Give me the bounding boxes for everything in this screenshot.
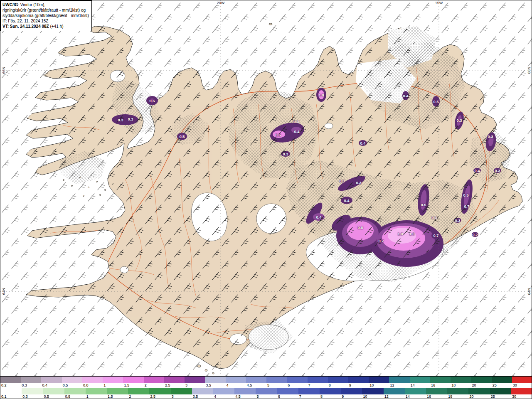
scale-rain-tick-label: 10 bbox=[362, 394, 383, 399]
scale-rain-tick-label: 4.5 bbox=[234, 394, 256, 399]
scale-snow-segment bbox=[21, 377, 41, 383]
scale-rain-tick-label: 0.8 bbox=[64, 394, 86, 399]
scale-rain-tick-label: 20 bbox=[468, 394, 490, 399]
scale-snow-tick-label: 12 bbox=[389, 383, 409, 388]
title-line-3: slydda/snjókoma (grátt/bleikt/grænt - mm… bbox=[2, 13, 89, 18]
scale-snow-segment bbox=[123, 377, 143, 383]
scale-snow-segment bbox=[348, 377, 369, 383]
scale-rain-tick-label: 6 bbox=[277, 394, 298, 399]
scale-snow-segment bbox=[451, 377, 471, 383]
scale-snow-segment bbox=[430, 377, 451, 383]
scale-rain-segment bbox=[384, 388, 405, 394]
scale-snow-tick-label: 0.4 bbox=[41, 383, 62, 388]
scale-rain-tick-label: 5 bbox=[256, 394, 277, 399]
scale-rain-segment bbox=[64, 388, 86, 394]
scale-snow-tick-label: 30 bbox=[512, 383, 532, 388]
scale-snow-segment bbox=[0, 377, 21, 383]
scale-rain-tick-label: 12 bbox=[384, 394, 405, 399]
scale-rain-segment bbox=[277, 388, 298, 394]
scale-rain-segment bbox=[149, 388, 170, 394]
scale-snow-tick-label: 0.3 bbox=[21, 383, 41, 388]
scale-rain-segment bbox=[447, 388, 468, 394]
title-line-1: UWC/IG: Vindur (10m), bbox=[2, 2, 89, 7]
scale-rain-segment bbox=[192, 388, 213, 394]
scale-rain-tick-label: 25 bbox=[490, 394, 511, 399]
scale-snow-segment bbox=[205, 377, 225, 383]
scale-snow-tick-label: 4 bbox=[226, 383, 246, 388]
map-area: 0.50.30.30.51.00.30.50.40.30.40.40.50.30… bbox=[0, 0, 532, 377]
scale-rain-segment bbox=[362, 388, 383, 394]
scale-snow-tick-label: 9 bbox=[348, 383, 369, 388]
scale-rain-segment bbox=[490, 388, 511, 394]
title-box: UWC/IG: Vindur (10m), rigning/skúrir (gr… bbox=[0, 0, 92, 31]
scale-snow-segment bbox=[287, 377, 307, 383]
scale-snow-tick-label: 1 bbox=[103, 383, 123, 388]
scale-snow-segment bbox=[62, 377, 82, 383]
scale-snow-tick-label: 0.5 bbox=[62, 383, 82, 388]
scale-rain-segment bbox=[320, 388, 341, 394]
scale-rain-tick-label: 18 bbox=[447, 394, 468, 399]
scale-snow-segment bbox=[164, 377, 185, 383]
weather-chart-page: 0.50.30.30.51.00.30.50.40.30.40.40.50.30… bbox=[0, 0, 532, 399]
scale-rain-segment bbox=[341, 388, 362, 394]
scale-rain-segment bbox=[511, 388, 532, 394]
scale-rain-segment bbox=[256, 388, 277, 394]
scale-snow-tick-label: 6 bbox=[287, 383, 307, 388]
scale-rain-tick-label: 1.5 bbox=[107, 394, 128, 399]
scale-rain-segment bbox=[405, 388, 426, 394]
scale-snow-segment bbox=[103, 377, 123, 383]
snow-scale-tick-labels: 0.20.30.40.50.811.522.533.544.5567891012… bbox=[0, 383, 532, 388]
scale-rain-tick-label: 0.1 bbox=[0, 394, 22, 399]
scale-snow-segment bbox=[389, 377, 409, 383]
scale-rain-tick-label: 2 bbox=[128, 394, 149, 399]
scale-snow-segment bbox=[369, 377, 389, 383]
scale-rain-segment bbox=[234, 388, 256, 394]
scale-snow-segment bbox=[266, 377, 287, 383]
scale-snow-segment bbox=[308, 377, 328, 383]
scale-snow-segment bbox=[226, 377, 246, 383]
scale-snow-segment bbox=[410, 377, 430, 383]
rain-scale-tick-labels: 0.10.30.50.811.522.533.544.5567891012141… bbox=[0, 394, 532, 399]
title-line-2: rigning/skúrir (grænt/blátt/rautt - mm/1… bbox=[2, 7, 89, 13]
scale-snow-segment bbox=[471, 377, 491, 383]
scale-snow-segment bbox=[82, 377, 103, 383]
scale-snow-segment bbox=[246, 377, 266, 383]
scale-snow-tick-label: 0.2 bbox=[0, 383, 21, 388]
scale-snow-segment bbox=[512, 377, 532, 383]
scale-rain-segment bbox=[426, 388, 447, 394]
scale-snow-tick-label: 18 bbox=[451, 383, 471, 388]
scale-rain-tick-label: 4 bbox=[213, 394, 234, 399]
valid-time: VT: Sun. 24.11.2024 08Z (+41 h) bbox=[2, 24, 89, 29]
scale-rain-tick-label: 3 bbox=[171, 394, 192, 399]
scale-snow-tick-label: 3.5 bbox=[205, 383, 225, 388]
scale-rain-segment bbox=[213, 388, 234, 394]
scale-snow-tick-label: 3 bbox=[185, 383, 205, 388]
scale-rain-tick-label: 0.3 bbox=[22, 394, 43, 399]
color-scales: 0.20.30.40.50.811.522.533.544.5567891012… bbox=[0, 376, 532, 399]
scale-snow-segment bbox=[185, 377, 205, 383]
scale-rain-tick-label: 2.5 bbox=[149, 394, 170, 399]
scale-rain-tick-label: 16 bbox=[426, 394, 447, 399]
scale-snow-tick-label: 20 bbox=[471, 383, 491, 388]
product-code: UWC/IG bbox=[2, 2, 18, 7]
scale-snow-segment bbox=[144, 377, 164, 383]
scale-rain-segment bbox=[171, 388, 192, 394]
scale-rain-tick-label: 3.5 bbox=[192, 394, 213, 399]
scale-snow-tick-label: 1.5 bbox=[123, 383, 143, 388]
scale-snow-tick-label: 7 bbox=[308, 383, 328, 388]
scale-rain-segment bbox=[128, 388, 149, 394]
rain-scale-bar bbox=[0, 388, 532, 394]
scale-rain-tick-label: 14 bbox=[405, 394, 426, 399]
scale-rain-segment bbox=[468, 388, 490, 394]
scale-rain-tick-label: 9 bbox=[341, 394, 362, 399]
scale-snow-tick-label: 5 bbox=[266, 383, 287, 388]
scale-snow-tick-label: 2.5 bbox=[164, 383, 185, 388]
scale-rain-segment bbox=[22, 388, 43, 394]
scale-rain-segment bbox=[43, 388, 64, 394]
scale-snow-tick-label: 2 bbox=[144, 383, 164, 388]
scale-snow-tick-label: 4.5 bbox=[246, 383, 266, 388]
scale-rain-tick-label: 1 bbox=[86, 394, 107, 399]
scale-rain-tick-label: 7 bbox=[298, 394, 320, 399]
weather-map-svg bbox=[0, 0, 532, 377]
scale-rain-segment bbox=[298, 388, 320, 394]
